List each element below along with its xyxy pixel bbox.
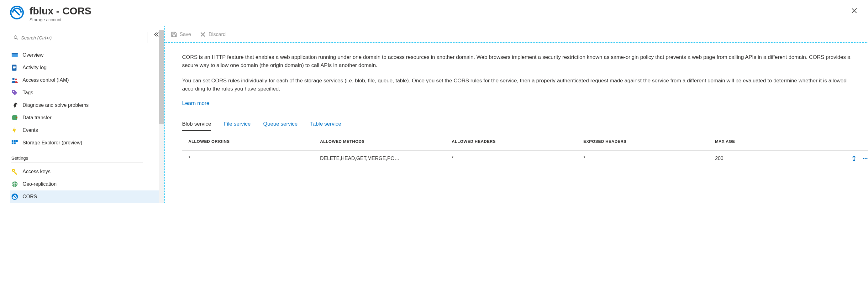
cell-origins: * <box>188 156 320 161</box>
col-allowed-headers: ALLOWED HEADERS <box>452 139 583 144</box>
svg-rect-21 <box>173 32 175 34</box>
svg-rect-15 <box>11 142 13 144</box>
nav-label: CORS <box>23 194 37 200</box>
diagnose-icon <box>11 102 18 109</box>
nav-label: Activity log <box>23 65 46 70</box>
svg-point-1 <box>14 36 17 38</box>
nav-label: Access keys <box>23 169 51 174</box>
more-icon[interactable] <box>862 156 868 161</box>
tab-queue[interactable]: Queue service <box>263 118 298 131</box>
cell-maxage: 200 <box>715 156 834 161</box>
svg-rect-6 <box>13 67 16 68</box>
tab-blob[interactable]: Blob service <box>182 118 211 131</box>
nav-data-transfer[interactable]: Data transfer <box>10 111 164 124</box>
nav-access-control[interactable]: Access control (IAM) <box>10 74 164 87</box>
svg-rect-13 <box>14 140 16 142</box>
storage-explorer-icon <box>11 139 18 146</box>
access-control-icon <box>11 77 18 83</box>
svg-point-23 <box>863 158 864 159</box>
nav-activity-log[interactable]: Activity log <box>10 61 164 74</box>
save-button[interactable]: Save <box>171 31 191 38</box>
discard-button[interactable]: Discard <box>200 31 225 38</box>
nav-geo-replication[interactable]: Geo-replication <box>10 178 164 191</box>
col-exposed-headers: EXPOSED HEADERS <box>583 139 715 144</box>
tab-table[interactable]: Table service <box>310 118 341 131</box>
service-tabs: Blob service File service Queue service … <box>182 118 868 131</box>
delete-row-icon[interactable] <box>851 156 857 161</box>
nav-cors[interactable]: CORS <box>10 191 164 203</box>
overview-icon <box>11 52 18 59</box>
svg-rect-14 <box>16 140 18 142</box>
svg-point-18 <box>13 170 14 171</box>
svg-rect-7 <box>13 69 15 69</box>
access-keys-icon <box>11 168 18 175</box>
description-p1: CORS is an HTTP feature that enables a w… <box>182 53 866 69</box>
sidebar-scrollbar[interactable] <box>159 30 164 203</box>
search-icon <box>13 35 19 40</box>
svg-rect-16 <box>14 142 16 144</box>
svg-point-24 <box>865 158 866 159</box>
svg-point-25 <box>866 158 868 159</box>
table-row[interactable]: * DELETE,HEAD,GET,MERGE,PO… * * 200 <box>182 150 868 166</box>
nav-overview[interactable]: Overview <box>10 49 164 61</box>
cell-methods: DELETE,HEAD,GET,MERGE,PO… <box>320 156 452 161</box>
menu-search-input[interactable] <box>21 35 145 40</box>
tags-icon <box>11 89 18 96</box>
col-allowed-origins: ALLOWED ORIGINS <box>188 139 320 144</box>
col-allowed-methods: ALLOWED METHODS <box>320 139 452 144</box>
settings-heading: Settings <box>11 155 164 161</box>
discard-label: Discard <box>209 32 225 37</box>
cors-table: ALLOWED ORIGINS ALLOWED METHODS ALLOWED … <box>182 133 868 166</box>
nav-label: Tags <box>23 90 33 96</box>
svg-rect-12 <box>11 140 13 142</box>
data-transfer-icon <box>11 114 18 121</box>
collapse-button[interactable] <box>153 31 159 38</box>
nav-label: Diagnose and solve problems <box>23 102 89 108</box>
tab-file[interactable]: File service <box>224 118 251 131</box>
nav-label: Data transfer <box>23 115 52 121</box>
content-pane: Save Discard CORS is an HTTP feature tha… <box>164 26 868 203</box>
description-p2: You can set CORS rules individually for … <box>182 77 866 93</box>
resource-menu: Overview Activity log Access control (IA… <box>0 26 164 203</box>
col-max-age: MAX AGE <box>715 139 834 144</box>
nav-label: Overview <box>23 52 43 58</box>
svg-point-9 <box>15 79 17 80</box>
cell-aheaders: * <box>452 156 583 161</box>
activity-log-icon <box>11 64 18 71</box>
cors-icon <box>11 193 18 200</box>
chevron-double-left-icon <box>153 31 159 38</box>
close-button[interactable] <box>849 6 859 16</box>
table-header: ALLOWED ORIGINS ALLOWED METHODS ALLOWED … <box>182 133 868 150</box>
menu-search[interactable] <box>10 32 148 43</box>
storage-account-icon <box>10 6 24 20</box>
nav-diagnose[interactable]: Diagnose and solve problems <box>10 99 164 111</box>
close-icon <box>851 7 857 14</box>
nav-label: Access control (IAM) <box>23 77 69 83</box>
svg-point-8 <box>12 78 14 80</box>
blade-subtitle: Storage account <box>29 17 849 22</box>
discard-icon <box>200 31 206 38</box>
svg-rect-5 <box>13 66 16 67</box>
cell-eheaders: * <box>583 156 715 161</box>
svg-point-10 <box>13 91 14 92</box>
nav-label: Storage Explorer (preview) <box>23 140 82 146</box>
nav-tags[interactable]: Tags <box>10 87 164 99</box>
geo-replication-icon <box>11 181 18 188</box>
blade-header: fblux - CORS Storage account <box>0 0 868 26</box>
scrollbar-thumb[interactable] <box>159 30 164 124</box>
nav-storage-explorer[interactable]: Storage Explorer (preview) <box>10 137 164 149</box>
save-label: Save <box>180 32 191 37</box>
nav-events[interactable]: Events <box>10 124 164 137</box>
command-bar: Save Discard <box>164 26 868 43</box>
save-icon <box>171 31 177 38</box>
nav-label: Events <box>23 128 38 133</box>
nav-access-keys[interactable]: Access keys <box>10 165 164 178</box>
section-divider <box>11 163 143 163</box>
svg-rect-3 <box>11 53 18 54</box>
blade-title: fblux - CORS <box>29 6 849 16</box>
events-icon <box>11 127 18 134</box>
nav-label: Geo-replication <box>23 181 57 187</box>
learn-more-link[interactable]: Learn more <box>182 100 209 106</box>
